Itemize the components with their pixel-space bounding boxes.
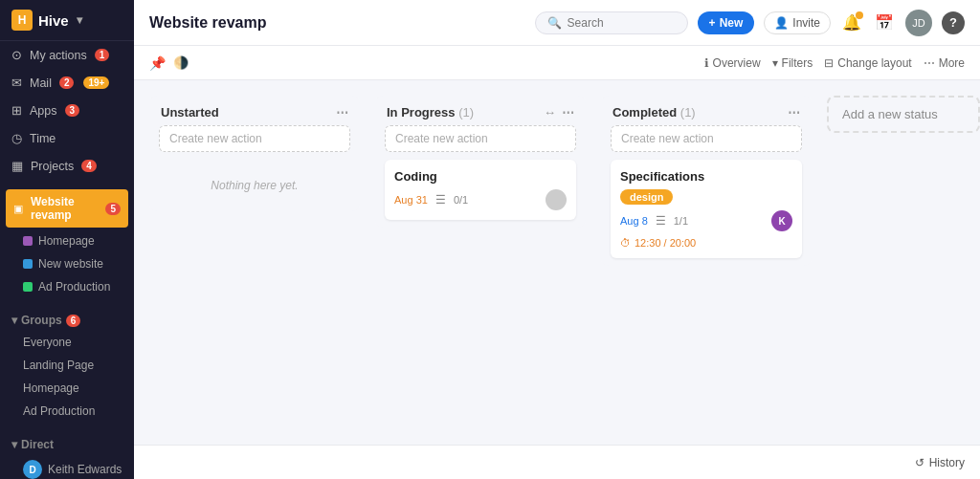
- search-icon: 🔍: [547, 16, 562, 30]
- homepage-group-label: Homepage: [23, 381, 79, 395]
- search-box[interactable]: 🔍: [535, 11, 688, 34]
- keith-avatar: D: [23, 460, 42, 479]
- app-logo[interactable]: H Hive ▾: [0, 0, 134, 41]
- direct-section[interactable]: ▾ Direct: [0, 430, 134, 455]
- new-button[interactable]: + New: [698, 11, 755, 34]
- sidebar-item-landing-page[interactable]: Landing Page: [0, 354, 134, 377]
- homepage-label: Homepage: [38, 234, 95, 248]
- subtoolbar: 📌 🌗 ℹ Overview ▾ Filters ⊟ Change layout…: [134, 46, 980, 80]
- search-input[interactable]: [568, 16, 676, 30]
- card-coding-meta: Aug 31 ☰ 0/1: [394, 189, 567, 210]
- history-icon: ↺: [915, 456, 924, 469]
- pin-icon: 📌: [149, 55, 166, 71]
- website-revamp-label: Website revamp: [31, 195, 98, 222]
- apps-label: Apps: [30, 104, 57, 118]
- notification-dot: [856, 11, 863, 19]
- sidebar-item-website-revamp[interactable]: ▣ Website revamp 5: [6, 189, 128, 228]
- history-label: History: [929, 456, 965, 469]
- ad-production-group-label: Ad Production: [23, 404, 95, 418]
- sidebar-sub-item-homepage[interactable]: Homepage: [0, 229, 134, 252]
- groups-chevron: ▾: [11, 314, 17, 327]
- sidebar-item-apps[interactable]: ⊞ Apps 3: [0, 97, 134, 124]
- website-revamp-icon: ▣: [13, 203, 23, 215]
- clock-icon: ⏱: [620, 237, 631, 249]
- card-specs-date: Aug 8: [620, 215, 648, 227]
- subtoolbar-left: 📌 🌗: [149, 55, 189, 71]
- more-button[interactable]: ⋯ More: [924, 56, 965, 70]
- sidebar-sub-item-new-website[interactable]: New website: [0, 252, 134, 275]
- in-progress-title: In Progress (1): [387, 105, 474, 120]
- sidebar-sub-item-ad-production[interactable]: Ad Production: [0, 275, 134, 298]
- filters-label: Filters: [782, 56, 813, 70]
- change-layout-button[interactable]: ⊟ Change layout: [824, 56, 911, 70]
- notifications-button[interactable]: 🔔: [840, 11, 863, 33]
- unstarted-title: Unstarted: [161, 105, 219, 120]
- unstarted-more-icon[interactable]: ⋯: [336, 105, 348, 120]
- card-coding-task-icon: ☰: [435, 193, 446, 207]
- sidebar-item-projects[interactable]: ▦ Projects 4: [0, 152, 134, 180]
- sidebar-item-time[interactable]: ◷ Time: [0, 124, 134, 152]
- sidebar-item-homepage-group[interactable]: Homepage: [0, 377, 134, 400]
- in-progress-create-input[interactable]: Create new action: [385, 125, 576, 152]
- in-progress-more-icon[interactable]: ⋯: [562, 105, 574, 120]
- avatar-toggle[interactable]: 🌗: [173, 55, 189, 70]
- unstarted-empty: Nothing here yet.: [149, 160, 360, 211]
- completed-create-input[interactable]: Create new action: [611, 125, 802, 152]
- col-header-completed: Completed (1) ⋯: [601, 96, 812, 125]
- sidebar-item-my-actions[interactable]: ⊙ My actions 1: [0, 41, 134, 69]
- completed-actions: ⋯: [788, 105, 800, 120]
- kanban-board: Unstarted ⋯ Create new action Nothing he…: [134, 80, 980, 445]
- sidebar-item-mail[interactable]: ✉ Mail 2 19+: [0, 69, 134, 97]
- sidebar-dm-keith[interactable]: D Keith Edwards: [0, 455, 134, 479]
- card-coding-avatar: [546, 189, 567, 210]
- overview-button[interactable]: ℹ Overview: [704, 56, 761, 70]
- topbar: Website revamp 🔍 + New 👤 Invite 🔔 📅 JD: [134, 0, 980, 46]
- page-title: Website revamp: [149, 14, 266, 32]
- mail-icon: ✉: [11, 76, 22, 90]
- direct-chevron: ▾: [11, 438, 17, 451]
- main-content: Website revamp 🔍 + New 👤 Invite 🔔 📅 JD: [134, 0, 980, 479]
- history-bar: ↺ History: [134, 445, 980, 479]
- groups-section[interactable]: ▾ Groups 6: [0, 306, 134, 331]
- history-button[interactable]: ↺ History: [915, 456, 965, 469]
- sidebar-item-ad-production-group[interactable]: Ad Production: [0, 400, 134, 423]
- logo-chevron: ▾: [77, 13, 82, 27]
- more-icon: ⋯: [924, 56, 935, 70]
- unstarted-create-input[interactable]: Create new action: [159, 125, 350, 152]
- groups-label: Groups: [21, 314, 62, 327]
- logo-icon: H: [11, 10, 33, 31]
- help-icon: ?: [949, 15, 957, 30]
- unstarted-create-label: Create new action: [169, 132, 262, 145]
- new-website-label: New website: [38, 257, 103, 271]
- user-avatar[interactable]: JD: [905, 10, 932, 36]
- filters-button[interactable]: ▾ Filters: [772, 56, 813, 70]
- card-specs-title: Specifications: [620, 169, 792, 184]
- my-actions-badge: 1: [95, 49, 110, 61]
- new-plus-icon: +: [709, 16, 716, 30]
- more-label: More: [939, 56, 965, 70]
- completed-more-icon[interactable]: ⋯: [788, 105, 800, 120]
- projects-label: Projects: [31, 160, 74, 173]
- mail-label: Mail: [30, 76, 52, 90]
- landing-page-label: Landing Page: [23, 359, 94, 372]
- sidebar-item-everyone[interactable]: Everyone: [0, 331, 134, 354]
- expand-icon[interactable]: ↔: [544, 105, 556, 120]
- add-status-column[interactable]: Add a new status: [827, 96, 980, 133]
- change-layout-label: Change layout: [837, 56, 911, 70]
- invite-icon: 👤: [774, 16, 789, 30]
- calendar-button[interactable]: 📅: [873, 11, 896, 33]
- invite-button[interactable]: 👤 Invite: [764, 11, 831, 34]
- column-in-progress: In Progress (1) ↔ ⋯ Create new action Co…: [375, 96, 586, 228]
- direct-label: Direct: [21, 438, 54, 451]
- help-button[interactable]: ?: [942, 11, 965, 34]
- logo-text: Hive: [38, 12, 69, 29]
- col-header-in-progress: In Progress (1) ↔ ⋯: [375, 96, 586, 125]
- groups-badge: 6: [66, 315, 81, 327]
- card-specs-task-icon: ☰: [656, 214, 666, 228]
- ad-production-label: Ad Production: [38, 280, 110, 294]
- card-coding: Coding Aug 31 ☰ 0/1: [385, 160, 576, 220]
- sidebar: H Hive ▾ ⊙ My actions 1 ✉ Mail 2 19+ ⊞ A…: [0, 0, 134, 479]
- my-actions-icon: ⊙: [11, 48, 22, 62]
- card-coding-title: Coding: [394, 169, 567, 184]
- card-specs-tag: design: [620, 189, 673, 205]
